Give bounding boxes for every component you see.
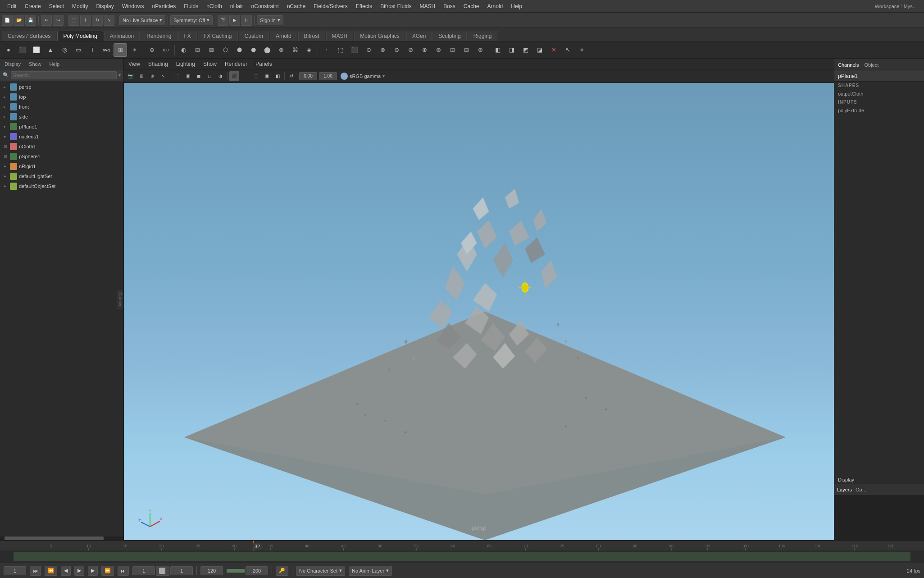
outliner-tab-show[interactable]: Show xyxy=(27,60,43,68)
outliner-item-ncloth1[interactable]: ⊞ nCloth1 xyxy=(0,142,123,151)
grid-btn[interactable]: ⊞ xyxy=(114,43,127,57)
face-btn[interactable]: ⬛ xyxy=(348,43,361,57)
outliner-item-pplane1[interactable]: ▾ pPlane1 xyxy=(0,122,123,132)
append-btn[interactable]: ⊕ xyxy=(418,43,431,57)
svg-btn[interactable]: svg xyxy=(100,43,113,57)
sign-in-dropdown[interactable]: Sign In ▾ xyxy=(257,15,283,25)
vp-wireframe-btn[interactable]: ⬚ xyxy=(172,71,182,81)
symmetry-dropdown[interactable]: Symmetry: Off ▾ xyxy=(170,15,213,25)
vp-xray-btn[interactable]: ◻ xyxy=(205,71,214,81)
color-space-dropdown-icon[interactable]: ▾ xyxy=(382,73,385,78)
tab-xgen[interactable]: XGen xyxy=(406,31,432,41)
ring-btn[interactable]: ⊘ xyxy=(404,43,417,57)
tab-motion-graphics[interactable]: Motion Graphics xyxy=(354,31,405,41)
prev-frame-btn[interactable]: ⏪ xyxy=(45,566,57,576)
menu-create[interactable]: Create xyxy=(21,2,45,10)
shapes-item[interactable]: outputCloth xyxy=(834,89,924,98)
paint-btn[interactable]: ⊛ xyxy=(274,43,288,57)
outliner-tab-help[interactable]: Help xyxy=(48,60,62,68)
frame-display-btn[interactable] xyxy=(156,566,169,576)
bridge-btn[interactable]: ⬤ xyxy=(260,43,274,57)
go-to-end-btn[interactable]: ⏭ xyxy=(118,566,129,576)
menu-fields[interactable]: Fields/Solvers xyxy=(310,2,351,10)
outliner-tab-display[interactable]: Display xyxy=(3,60,23,68)
menu-modify[interactable]: Modify xyxy=(68,2,91,10)
vp-sel-btn[interactable]: ⬛ xyxy=(229,71,239,81)
circularize-btn[interactable]: ⊚ xyxy=(473,43,487,57)
vp-light-btn[interactable]: ◑ xyxy=(215,71,225,81)
outliner-item-top[interactable]: ▸ top xyxy=(0,92,123,102)
scroll-thumb[interactable] xyxy=(5,537,104,540)
no-live-surface-dropdown[interactable]: No Live Surface ▾ xyxy=(119,15,165,25)
menu-select[interactable]: Select xyxy=(46,2,68,10)
vp-move-btn[interactable]: ↖ xyxy=(158,71,168,81)
vp-refresh-btn[interactable]: ↺ xyxy=(287,71,296,81)
vp-snap-btn[interactable]: ⊕ xyxy=(147,71,157,81)
vp-smooth-btn[interactable]: ▣ xyxy=(183,71,193,81)
current-frame-input[interactable] xyxy=(132,566,155,575)
extrude-btn[interactable]: ⊗ xyxy=(376,43,389,57)
tab-custom[interactable]: Custom xyxy=(239,31,269,41)
cage-btn[interactable]: ⬣ xyxy=(246,43,260,57)
menu-effects[interactable]: Effects xyxy=(352,2,376,10)
vp-face-btn[interactable]: ▣ xyxy=(262,71,272,81)
timeline-ruler[interactable]: 5101520253035404550556065707580859095100… xyxy=(0,541,924,550)
rotate-tool-btn[interactable]: ↻ xyxy=(92,15,103,26)
timeline-track[interactable] xyxy=(0,550,924,563)
viewport-menu-panels[interactable]: Panels xyxy=(254,60,274,68)
vp-edge-btn[interactable]: ⬚ xyxy=(251,71,261,81)
coords-btn[interactable]: 0.0 xyxy=(159,43,173,57)
move-tool-btn[interactable]: ✛ xyxy=(80,15,91,26)
mesh-tools-btn[interactable]: ⌖ xyxy=(127,43,141,57)
select-tool-btn[interactable]: ⬚ xyxy=(68,15,79,26)
menu-arnold[interactable]: Arnold xyxy=(484,2,507,10)
outliner-item-nrigid1[interactable]: ● nRigid1 xyxy=(0,161,123,171)
fill-btn[interactable]: ⊜ xyxy=(432,43,445,57)
playblast-btn[interactable]: ▶ xyxy=(229,15,240,26)
go-to-start-btn[interactable]: ⏮ xyxy=(30,566,41,576)
outliner-item-defaultlightset[interactable]: ● defaultLightSet xyxy=(0,171,123,181)
open-scene-btn[interactable]: 📂 xyxy=(14,15,24,26)
cone-btn[interactable]: ▲ xyxy=(44,43,57,57)
object-tab[interactable]: Object xyxy=(864,62,878,68)
pause-btn[interactable]: ⏸ xyxy=(241,15,252,26)
undo-btn[interactable]: ↩ xyxy=(41,15,52,26)
display-tab-op[interactable]: Op... xyxy=(856,487,866,492)
tab-mash[interactable]: MASH xyxy=(326,31,354,41)
menu-ncache[interactable]: nCache xyxy=(283,2,309,10)
search-input[interactable] xyxy=(11,71,117,79)
camera-focal-input[interactable] xyxy=(319,72,337,80)
no-character-set-dropdown[interactable]: No Character Set ▾ xyxy=(296,566,345,576)
softsel-btn[interactable]: ◐ xyxy=(177,43,190,57)
del-btn[interactable]: ✕ xyxy=(547,43,560,57)
poke-btn[interactable]: ⊡ xyxy=(446,43,459,57)
connect-btn[interactable]: ⌘ xyxy=(288,43,302,57)
vp-uv-btn[interactable]: ◧ xyxy=(273,71,282,81)
color-swatch[interactable] xyxy=(341,73,348,80)
menu-mash[interactable]: MASH xyxy=(416,2,439,10)
tab-rigging[interactable]: Rigging xyxy=(468,31,498,41)
viewport-menu-renderer[interactable]: Renderer xyxy=(223,60,249,68)
next-key-btn[interactable]: ▶ xyxy=(88,566,98,576)
bevel-btn[interactable]: ⊙ xyxy=(362,43,375,57)
outliner-item-side[interactable]: ▸ side xyxy=(0,112,123,122)
uv1-btn[interactable]: ◧ xyxy=(491,43,505,57)
tab-rendering[interactable]: Rendering xyxy=(141,31,177,41)
lattice-btn[interactable]: ⬢ xyxy=(232,43,246,57)
wedge-btn[interactable]: ⊟ xyxy=(460,43,473,57)
transform-btn[interactable]: ⌗ xyxy=(575,43,588,57)
symm2-btn[interactable]: ⊠ xyxy=(205,43,218,57)
menu-boss[interactable]: Boss xyxy=(440,2,459,10)
cylinder-btn[interactable]: ⬜ xyxy=(30,43,43,57)
menu-cache[interactable]: Cache xyxy=(460,2,483,10)
play-btn[interactable]: ▶ xyxy=(74,566,84,576)
scrollbar[interactable] xyxy=(0,537,123,540)
outliner-item-defaultobjectset[interactable]: ● defaultObjectSet xyxy=(0,181,123,191)
plane-btn[interactable]: ▭ xyxy=(72,43,85,57)
tab-bifrost[interactable]: Bifrost xyxy=(298,31,325,41)
search-dropdown-icon[interactable]: ▾ xyxy=(118,73,121,78)
outliner-item-front[interactable]: ▸ front xyxy=(0,102,123,112)
symm-btn[interactable]: ⊟ xyxy=(191,43,204,57)
loop-btn[interactable]: ⊖ xyxy=(390,43,403,57)
scale-tool-btn[interactable]: ⤡ xyxy=(104,15,114,26)
